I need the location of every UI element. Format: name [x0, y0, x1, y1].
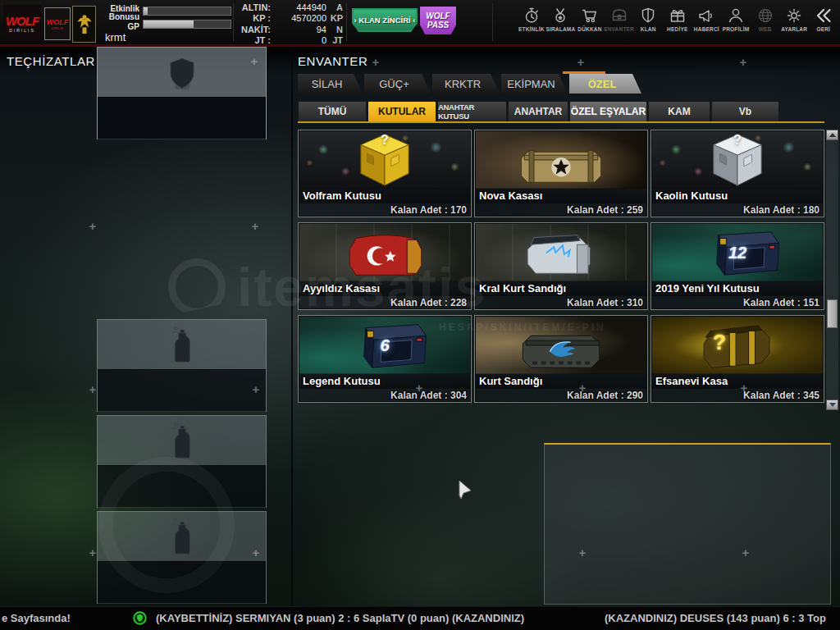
menu-item-label: HEDİYE [667, 26, 687, 32]
menu-item-siralama[interactable]: SIRALAMA [546, 7, 576, 43]
tab-guc[interactable]: GÜÇ+ [364, 74, 431, 94]
inventory-item-ayyildiz-kasasi[interactable]: Ayyıldız Kasası Kalan Adet : 228 [298, 222, 472, 310]
subtab-anahtar[interactable]: ANAHTAR [508, 101, 568, 121]
scroll-up-button[interactable] [826, 130, 838, 140]
currency-value: 444940 [271, 2, 326, 12]
wolf-logo-small-subtext: DIRILIS [52, 26, 63, 30]
scrollbar-thumb[interactable] [827, 299, 838, 328]
spray-can-icon [98, 416, 266, 465]
inventory-item-legend-kutusu[interactable]: 6 Legend Kutusu Kalan Adet : 304 [298, 315, 472, 403]
subtab-tumu[interactable]: TÜMÜ [298, 101, 367, 121]
win-shield-icon [133, 611, 147, 625]
item-count: Kalan Adet : 345 [743, 390, 819, 401]
watermark-logo [168, 258, 226, 316]
scroll-down-button[interactable] [826, 399, 838, 410]
currency-row-kp: KP : 4570200 KP [236, 13, 343, 23]
item-name: Volfram Kutusu [299, 188, 470, 203]
currency-row-altin: ALTIN: 444940 A [236, 2, 343, 12]
menu-item-label: WEB [759, 26, 772, 32]
equipment-slot-5[interactable] [97, 47, 267, 139]
item-name: Ayyıldız Kasası [299, 281, 470, 296]
tab-silah[interactable]: SİLAH [298, 74, 363, 94]
ticker-match-result-2: (KAZANDINIZ) DEUSES (143 puan) 6 : 3 Top [605, 612, 826, 624]
inventory-item-nova-kasasi[interactable]: Nova Kasası Kalan Adet : 259 [474, 130, 648, 217]
subtab-anahtar-kutusu[interactable]: ANAHTAR KUTUSU [437, 101, 507, 121]
ticker-match-result-1: (KAYBETTİNİZ) SERMIYAN (3 puan) 2 : 6 Sa… [156, 612, 524, 624]
wolf-logo-subtext: DIRILIS [9, 28, 35, 33]
inventory-item-2019-yeni-yil-kutusu[interactable]: 12 2019 Yeni Yıl Kutusu Kalan Adet : 151 [651, 222, 824, 310]
menu-item-envanter[interactable]: ENVANTER [605, 7, 634, 43]
menu-item-ayarlar[interactable]: AYARLAR [779, 7, 809, 43]
menu-item-klan[interactable]: KLAN [633, 7, 663, 43]
tab-ozel[interactable]: ÖZEL [569, 74, 641, 94]
currency-row-jt: JT : 0 JT [236, 35, 343, 45]
menu-item-web[interactable]: WEB [751, 7, 780, 43]
subtab-kam[interactable]: KAM [648, 101, 710, 121]
menu-item-label: ETKİNLİK [518, 26, 545, 32]
inventory-item-kral-kurt-sandigi[interactable]: Kral Kurt Sandığı Kalan Adet : 310 [474, 222, 648, 310]
inventory-item-efsanevi-kasa[interactable]: ? Efsanevi Kasa Kalan Adet : 345 [651, 315, 824, 403]
equipment-panel-title: TEÇHİZATLAR [7, 54, 95, 68]
item-name: Kaolin Kutusu [652, 188, 823, 203]
gear-icon [785, 7, 803, 25]
item-name: 2019 Yeni Yıl Kutusu [652, 281, 823, 296]
wolf-pass-line1: WOLF [426, 11, 450, 21]
spray-can-icon [98, 512, 266, 561]
gp-label: GP [128, 22, 139, 31]
inventory-item-kurt-sandigi[interactable]: Kurt Sandığı Kalan Adet : 290 [474, 315, 648, 403]
item-image [476, 224, 646, 281]
currency-label: ALTIN: [236, 2, 271, 12]
currency-unit: N [326, 25, 343, 34]
currency-value: 4570200 [271, 13, 326, 23]
menu-item-dukkan[interactable]: DÜKKAN [575, 7, 605, 43]
currency-label: JT : [236, 35, 271, 45]
divider [346, 3, 347, 41]
menu-item-label: ENVANTER [604, 26, 634, 32]
item-image: 12 [652, 224, 823, 281]
tab-krktr[interactable]: KRKTR [432, 74, 500, 94]
menu-item-hediye[interactable]: HEDİYE [663, 7, 692, 43]
klan-zinciri-button[interactable]: › KLAN ZİNCİRİ ‹ [352, 8, 418, 32]
inventory-panel-title: ENVANTER [298, 54, 368, 68]
currency-unit: JT [326, 35, 343, 45]
subtab-vb[interactable]: Vb [711, 101, 779, 121]
subtab-kutular[interactable]: KUTULAR [368, 101, 436, 121]
item-image [476, 131, 646, 189]
inventory-item-volfram-kutusu[interactable]: ? Volfram Kutusu Kalan Adet : 170 [298, 130, 472, 217]
menu-item-label: KLAN [641, 26, 656, 32]
gp-progress-fill [144, 21, 194, 28]
item-image [299, 224, 470, 281]
gp-progress-bar [143, 20, 231, 29]
person-icon [727, 7, 745, 25]
equipment-slot-2[interactable] [97, 415, 267, 508]
item-name: Efsanevi Kasa [652, 373, 823, 389]
item-name: Kral Kurt Sandığı [476, 281, 646, 296]
wolf-pass-button[interactable]: WOLFPASS [420, 7, 456, 34]
subtab-ozel-esyalar[interactable]: ÖZEL EŞYALAR [569, 101, 647, 121]
equipment-slot-3[interactable] [97, 511, 267, 604]
currency-unit: A [326, 2, 343, 12]
menu-item-etkinlik[interactable]: ETKİNLİK [517, 7, 546, 43]
currency-unit: KP [326, 13, 343, 23]
menu-item-label: PROFİLİM [723, 26, 750, 32]
inventory-scrollbar[interactable] [826, 130, 838, 410]
equipment-slot-1[interactable] [97, 319, 267, 412]
inventory-item-kaolin-kutusu[interactable]: ? Kaolin Kutusu Kalan Adet : 180 [651, 130, 824, 217]
wolf-logo-text: WOLF [6, 14, 39, 28]
item-image: ? [652, 131, 823, 189]
panel-divider [291, 47, 293, 607]
back-chevrons-icon [815, 7, 833, 25]
wolf-pass-line2: PASS [427, 21, 450, 30]
chest-icon [610, 7, 628, 25]
currency-label: KP : [236, 13, 271, 23]
spray-can-icon [98, 320, 266, 369]
divider [233, 3, 234, 41]
tab-ekipman[interactable]: EKİPMAN [501, 74, 568, 94]
menu-item-geri[interactable]: GERİ [809, 7, 838, 43]
menu-item-profilim[interactable]: PROFİLİM [721, 7, 751, 43]
item-name: Legend Kutusu [299, 373, 470, 389]
inventory-tabs: SİLAH GÜÇ+ KRKTR EKİPMAN ÖZEL [298, 74, 643, 94]
menu-item-haberci[interactable]: HABERCİ [692, 7, 722, 43]
item-count: Kalan Adet : 304 [390, 390, 467, 401]
username: krmt [105, 31, 126, 43]
